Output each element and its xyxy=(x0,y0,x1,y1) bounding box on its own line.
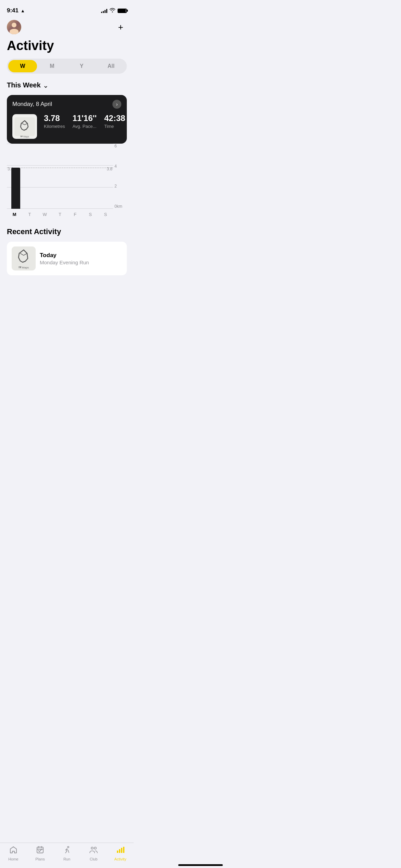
bars-container xyxy=(7,144,113,209)
x-label-T2: T xyxy=(52,209,68,219)
bar-col-S1[interactable] xyxy=(82,144,97,209)
bar-col-F[interactable] xyxy=(68,144,82,209)
period-week[interactable]: W xyxy=(8,60,37,72)
battery-icon xyxy=(118,9,127,13)
status-icons xyxy=(101,8,127,13)
week-label: This Week xyxy=(7,81,41,89)
recent-activity-title: Recent Activity xyxy=(7,227,127,236)
chart-next-button[interactable]: › xyxy=(112,100,121,109)
bar-M xyxy=(11,168,20,209)
tab-bar-spacer xyxy=(0,281,134,312)
x-label-S2: S xyxy=(98,209,113,219)
bar-col-M[interactable] xyxy=(8,144,23,209)
x-label-S1: S xyxy=(83,209,98,219)
maps-label: 🗺 Maps xyxy=(20,135,29,138)
stat-items: 3.78 Kilometres 11'16'' Avg. Pace... 42:… xyxy=(44,114,125,139)
recent-activity-section: Recent Activity 🗺 Maps Today Monday Even… xyxy=(0,219,134,281)
chevron-right-icon: › xyxy=(116,101,118,107)
add-button[interactable]: + xyxy=(114,21,127,33)
week-selector[interactable]: This Week ⌄ xyxy=(0,81,134,95)
stat-pace: 11'16'' Avg. Pace... xyxy=(72,114,97,129)
y-label-0: 0km xyxy=(114,204,127,209)
y-label-2: 2 xyxy=(114,184,127,189)
stat-time: 42:38 Time xyxy=(104,114,125,129)
x-axis: M T W T F S S xyxy=(7,209,113,219)
activity-card[interactable]: 🗺 Maps Today Monday Evening Run xyxy=(7,242,127,275)
status-time: 9:41 ▲ xyxy=(7,7,25,14)
route-map-thumbnail: 🗺 Maps xyxy=(12,114,37,139)
stat-km-value: 3.78 xyxy=(44,114,65,122)
svg-rect-0 xyxy=(14,117,35,136)
x-label-F: F xyxy=(68,209,83,219)
chart-nav[interactable]: › xyxy=(112,100,121,109)
y-axis: 6 4 2 0km xyxy=(114,144,127,209)
activity-info: Today Monday Evening Run xyxy=(40,252,89,265)
x-label-T1: T xyxy=(22,209,37,219)
bar-col-W[interactable] xyxy=(38,144,52,209)
stat-pace-value: 11'16'' xyxy=(72,114,97,122)
stat-pace-label: Avg. Pace... xyxy=(72,124,97,129)
location-icon: ▲ xyxy=(21,8,25,13)
x-label-W: W xyxy=(37,209,52,219)
period-selector: W M Y All xyxy=(7,59,127,74)
period-month[interactable]: M xyxy=(38,60,66,72)
period-year[interactable]: Y xyxy=(67,60,96,72)
bar-chart: 6 4 2 0km 3.8 3.8 xyxy=(7,144,127,219)
period-all[interactable]: All xyxy=(97,60,125,72)
activity-name: Monday Evening Run xyxy=(40,260,89,265)
wifi-icon xyxy=(109,8,116,13)
header: + xyxy=(0,16,134,37)
y-label-4: 4 xyxy=(114,164,127,169)
activity-maps-label: 🗺 Maps xyxy=(19,266,29,269)
bar-chart-section: 6 4 2 0km 3.8 3.8 xyxy=(0,144,134,219)
stat-time-value: 42:38 xyxy=(104,114,125,122)
status-bar: 9:41 ▲ xyxy=(0,0,134,16)
signal-icon xyxy=(101,9,107,13)
stat-kilometres: 3.78 Kilometres xyxy=(44,114,65,129)
chart-date: Monday, 8 April xyxy=(12,101,52,108)
bar-col-T2[interactable] xyxy=(52,144,67,209)
chart-card: Monday, 8 April › 🗺 Maps 3.78 Kilometres… xyxy=(7,95,127,144)
chart-card-header: Monday, 8 April › xyxy=(7,95,127,112)
chart-plot-area: 3.8 3.8 xyxy=(7,144,113,209)
activity-day: Today xyxy=(40,252,89,259)
avatar[interactable] xyxy=(7,20,21,34)
stat-time-label: Time xyxy=(104,124,125,129)
page-title: Activity xyxy=(0,37,134,59)
stats-row: 🗺 Maps 3.78 Kilometres 11'16'' Avg. Pace… xyxy=(7,112,127,144)
chevron-down-icon: ⌄ xyxy=(43,81,49,89)
route-svg xyxy=(14,117,35,136)
y-label-6: 6 xyxy=(114,144,127,148)
activity-route-thumbnail: 🗺 Maps xyxy=(12,246,36,270)
bar-col-S2[interactable] xyxy=(97,144,112,209)
x-label-M: M xyxy=(7,209,22,219)
bar-col-T1[interactable] xyxy=(23,144,38,209)
stat-km-label: Kilometres xyxy=(44,124,65,129)
